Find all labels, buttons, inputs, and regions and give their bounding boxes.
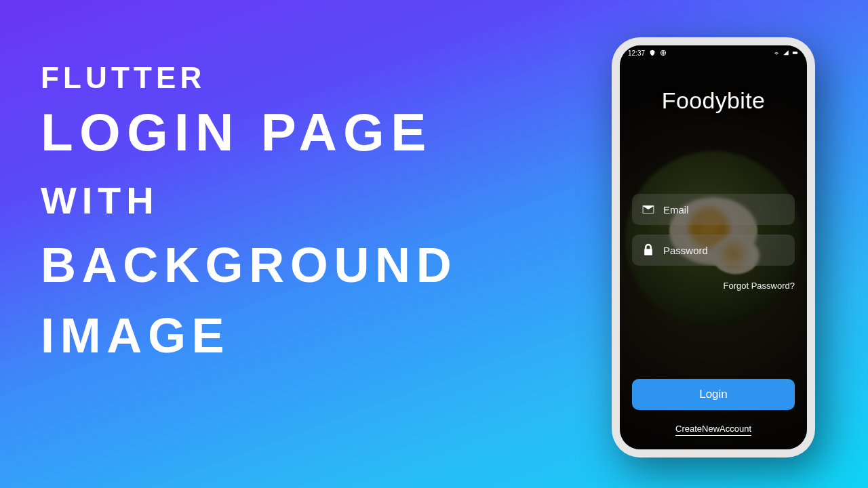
create-account-link[interactable]: CreateNewAccount [675, 424, 751, 436]
phone-frame: 12:37 [612, 37, 815, 458]
login-button[interactable]: Login [632, 379, 795, 410]
hero-heading: FLUTTER LOGIN PAGE WITH BACKGROUND IMAGE [41, 61, 457, 363]
password-input[interactable] [663, 245, 792, 256]
heading-line-3: WITH [41, 178, 457, 222]
phone-mockup: 12:37 [612, 37, 815, 458]
heading-line-4: BACKGROUND [41, 237, 457, 293]
heading-line-2: LOGIN PAGE [41, 102, 457, 163]
forgot-password-link[interactable]: Forgot Password? [724, 281, 795, 291]
lock-icon [642, 243, 655, 257]
login-form: Forgot Password? [632, 194, 795, 291]
phone-screen: 12:37 [620, 45, 807, 449]
email-icon [642, 203, 655, 216]
heading-line-5: IMAGE [41, 308, 457, 363]
email-field-container[interactable] [632, 194, 795, 225]
email-input[interactable] [663, 204, 792, 216]
password-field-container[interactable] [632, 235, 795, 266]
app-brand-title: Foodybite [662, 87, 765, 114]
heading-line-1: FLUTTER [41, 61, 457, 95]
